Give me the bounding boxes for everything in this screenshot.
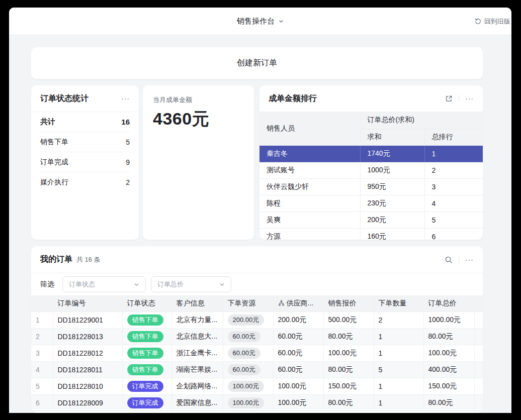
order-row[interactable]: 2 DD181228013 销售下单 北京信息大... 60.00元 60.00… bbox=[31, 328, 483, 345]
col-quote: 销售报价 bbox=[323, 295, 374, 311]
total-cell: 100.00元 bbox=[423, 345, 474, 361]
rank-cell: 4 bbox=[424, 195, 483, 212]
resource-badge: 60.00元 bbox=[228, 364, 261, 375]
sum-cell: 1000元 bbox=[360, 162, 424, 178]
resource-cell: 60.00元 bbox=[223, 328, 273, 345]
stat-row[interactable]: 订单完成 9 bbox=[40, 152, 130, 172]
status-cell: 订单完成 bbox=[122, 378, 171, 394]
stat-row[interactable]: 媒介执行 2 bbox=[40, 172, 130, 192]
extra-cell bbox=[474, 394, 483, 411]
orders-title: 我的订单 bbox=[40, 254, 72, 265]
status-badge: 订单完成 bbox=[127, 381, 163, 392]
order-row[interactable]: 3 DD181228012 销售下单 浙江金鹰卡... 60.00元 60.00… bbox=[31, 345, 483, 361]
stat-row[interactable]: 共计 16 bbox=[40, 112, 130, 132]
extra-cell bbox=[474, 378, 483, 394]
page-title: 销售操作台 bbox=[237, 17, 275, 26]
ranking-row[interactable]: 秦吉冬 1740元 1 bbox=[259, 145, 483, 162]
col-sum: 求和 bbox=[360, 129, 424, 145]
ranking-card-header: 成单金额排行 ··· bbox=[259, 85, 483, 112]
resource-badge: 100.00元 bbox=[228, 397, 265, 408]
quote-cell: 500.00元 bbox=[323, 311, 374, 328]
order-id-cell: DD181229001 bbox=[53, 311, 122, 328]
order-id-cell: DD181228011 bbox=[53, 361, 122, 378]
stat-value: 16 bbox=[121, 118, 130, 126]
app-title-dropdown[interactable]: 销售操作台 bbox=[237, 8, 284, 35]
amount-value: 4360元 bbox=[153, 108, 244, 131]
quote-cell: 100.00元 bbox=[323, 345, 374, 361]
price-filter-placeholder: 订单总价 bbox=[157, 280, 184, 289]
ranking-row[interactable]: 陈程 230元 4 bbox=[259, 195, 483, 212]
qty-cell: 1 bbox=[374, 378, 423, 394]
search-icon[interactable] bbox=[445, 256, 453, 264]
order-status-filter-select[interactable]: 订单状态 bbox=[62, 276, 146, 292]
resource-badge: 200.00元 bbox=[228, 314, 265, 326]
stat-row[interactable]: 销售下单 5 bbox=[40, 132, 130, 152]
ranking-row[interactable]: 吴爽 200元 5 bbox=[259, 212, 483, 228]
status-card-header: 订单状态统计 ··· bbox=[31, 85, 139, 112]
extra-cell bbox=[474, 345, 483, 361]
status-badge: 销售下单 bbox=[127, 364, 163, 375]
extra-cell bbox=[474, 328, 483, 345]
dashboard-cards-row: 订单状态统计 ··· 共计 16 销售下单 5 bbox=[31, 85, 483, 240]
resource-badge: 100.00元 bbox=[228, 381, 265, 392]
rank-cell: 2 bbox=[424, 162, 483, 178]
order-row[interactable]: 1 DD181229001 销售下单 北京有力量... 200.00元 200.… bbox=[31, 311, 483, 328]
orders-header: 我的订单 共 16 条 ··· bbox=[31, 246, 483, 273]
resource-cell: 60.00元 bbox=[223, 345, 273, 361]
order-row[interactable]: 6 DD181228009 订单完成 爱国家信息... 100.00元 100.… bbox=[31, 394, 483, 411]
deal-ranking-card: 成单金额排行 ··· 销售人员 订单总价(求和) bbox=[259, 85, 483, 240]
open-external-icon[interactable] bbox=[445, 95, 453, 102]
person-cell: 吴爽 bbox=[259, 212, 360, 228]
chevron-down-icon bbox=[134, 282, 139, 287]
order-row[interactable]: 4 DD181228011 销售下单 湖南芒果娱... 60.00元 60.00… bbox=[31, 361, 483, 378]
total-cell: 150.00元 bbox=[423, 378, 474, 394]
total-cell: 400.00元 bbox=[423, 361, 474, 378]
person-cell: 陈程 bbox=[259, 195, 360, 212]
divider bbox=[459, 256, 459, 263]
col-customer: 客户信息 bbox=[171, 295, 223, 311]
divider bbox=[459, 95, 459, 102]
back-to-old-version-button[interactable]: 回到旧版 bbox=[474, 8, 510, 35]
order-row[interactable]: 5 DD181228010 订单完成 企划路网络... 100.00元 100.… bbox=[31, 378, 483, 394]
status-cell: 销售下单 bbox=[122, 328, 171, 345]
customer-cell: 北京信息大... bbox=[171, 328, 223, 345]
sum-cell: 1740元 bbox=[360, 145, 424, 162]
ranking-row[interactable]: 测试账号 1000元 2 bbox=[259, 162, 483, 178]
status-badge: 销售下单 bbox=[127, 331, 163, 342]
row-number: 5 bbox=[31, 378, 53, 394]
sum-cell: 200元 bbox=[360, 212, 424, 228]
rank-cell: 3 bbox=[424, 178, 483, 195]
supplier-cell: 200.00元 bbox=[273, 311, 323, 328]
supplier-cell: 60.00元 bbox=[273, 345, 323, 361]
app-window: 销售操作台 回到旧版 创建新订单 订单状态统计 ··· bbox=[9, 8, 511, 413]
ranking-table: 销售人员 订单总价(求和) 求和 总排行 秦吉冬 1 bbox=[259, 112, 483, 240]
more-button[interactable]: ··· bbox=[465, 95, 474, 102]
back-label: 回到旧版 bbox=[484, 17, 510, 26]
qty-cell: 1 bbox=[374, 394, 423, 411]
ranking-row[interactable]: 方源 160元 6 bbox=[259, 228, 483, 240]
stat-label: 媒介执行 bbox=[40, 178, 68, 187]
order-status-stats-card: 订单状态统计 ··· 共计 16 销售下单 5 bbox=[31, 85, 139, 240]
rank-cell: 5 bbox=[424, 212, 483, 228]
col-row-number bbox=[31, 295, 53, 311]
more-button[interactable]: ··· bbox=[121, 95, 130, 102]
create-order-button[interactable]: 创建新订单 bbox=[31, 47, 483, 79]
quote-cell: 80.00元 bbox=[323, 394, 374, 411]
quote-cell: 80.00元 bbox=[323, 328, 374, 345]
order-id-cell: DD181228012 bbox=[53, 345, 122, 361]
ranking-row[interactable]: 伙伴云魏少轩 950元 3 bbox=[259, 178, 483, 195]
resource-badge: 60.00元 bbox=[228, 348, 261, 359]
stat-label: 销售下单 bbox=[40, 138, 68, 147]
orders-table: 订单编号 订单状态 客户信息 下单资源 供应商... bbox=[31, 295, 483, 411]
page-content: 创建新订单 订单状态统计 ··· 共计 16 bbox=[31, 47, 483, 413]
status-list: 共计 16 销售下单 5 订单完成 9 bbox=[31, 112, 139, 192]
col-order-id: 订单编号 bbox=[53, 295, 122, 311]
more-button[interactable]: ··· bbox=[465, 256, 474, 263]
qty-cell: 5 bbox=[374, 361, 423, 378]
col-supplier: 供应商... bbox=[273, 295, 323, 311]
person-cell: 方源 bbox=[259, 228, 360, 240]
monthly-amount-card: 当月成单金额 4360元 bbox=[143, 85, 254, 240]
order-total-filter-select[interactable]: 订单总价 bbox=[151, 276, 231, 292]
sum-cell: 950元 bbox=[360, 178, 424, 195]
resource-cell: 100.00元 bbox=[223, 394, 273, 411]
